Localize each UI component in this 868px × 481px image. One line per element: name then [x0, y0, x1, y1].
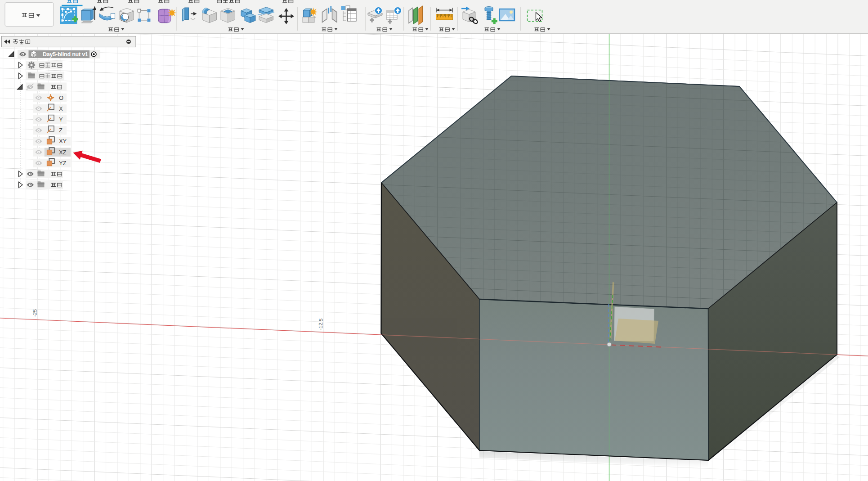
svg-text:-25: -25 — [32, 309, 38, 317]
svg-text:YZ: YZ — [59, 160, 66, 166]
svg-text:O: O — [59, 95, 63, 101]
svg-text:XY: XY — [59, 138, 67, 144]
svg-text:Z: Z — [59, 127, 63, 134]
svg-text:-12.5: -12.5 — [318, 318, 324, 330]
svg-text:X: X — [59, 106, 63, 112]
svg-text:Y: Y — [59, 117, 63, 123]
svg-text:Day5-blind nut v1: Day5-blind nut v1 — [43, 51, 88, 58]
svg-text:XZ: XZ — [59, 149, 66, 156]
